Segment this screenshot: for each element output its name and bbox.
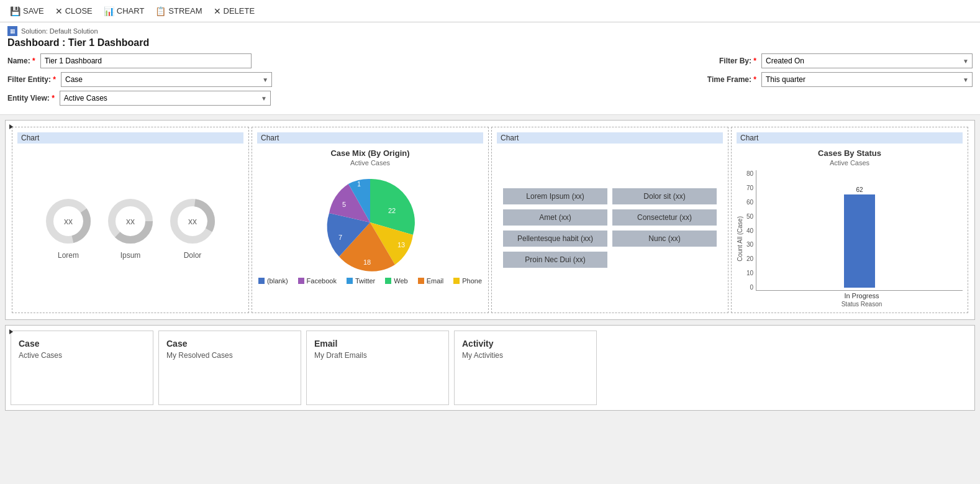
chart3-label: Chart: [497, 132, 723, 144]
list-card-3-title: Email: [314, 339, 441, 349]
form-row-2: Filter Entity: * Case ▼ Time Frame: * Th…: [7, 72, 973, 87]
tag-pellentesque[interactable]: Pellentesque habit (xx): [503, 231, 607, 247]
legend-web-color: [385, 278, 391, 284]
legend-phone: Phone: [453, 277, 482, 285]
donut-label-3: Dolor: [184, 251, 202, 260]
time-frame-select[interactable]: This quarter: [761, 72, 973, 87]
name-input[interactable]: [40, 53, 252, 68]
tag-nunc[interactable]: Nunc (xx): [612, 231, 717, 247]
filter-by-required: *: [753, 57, 756, 65]
page-header: ▦ Solution: Default Solution Dashboard :…: [0, 22, 980, 115]
donut-circle-3: xx: [168, 196, 217, 246]
legend-twitter-color: [347, 278, 353, 284]
bar-chart-with-axis: 0 10 20 30 40 50 60 70 80: [743, 170, 963, 291]
chart2-title: Case Mix (By Origin): [330, 148, 409, 158]
chart4-content: Cases By Status Active Cases Count All (…: [737, 148, 963, 308]
chart-panel-3: Chart Lorem Ipsum (xx) Dolor sit (xx) Am…: [491, 127, 728, 313]
entity-view-select[interactable]: Active Cases: [60, 91, 271, 106]
filter-by-select[interactable]: Created On: [761, 53, 973, 68]
svg-text:18: 18: [363, 258, 371, 266]
delete-button[interactable]: ✕ DELETE: [209, 4, 260, 19]
chart-icon: 📊: [104, 6, 114, 16]
svg-text:xx: xx: [126, 216, 135, 226]
chart2-content: Case Mix (By Origin) Active Cases: [257, 148, 483, 308]
chart2-subtitle: Active Cases: [350, 159, 390, 167]
main-content: Chart xx Lorem: [0, 115, 980, 421]
chart-button[interactable]: 📊 CHART: [99, 4, 150, 19]
legend-email: Email: [418, 277, 444, 285]
filter-entity-label: Filter Entity: *: [7, 75, 56, 84]
close-button[interactable]: ✕ CLOSE: [50, 4, 98, 19]
svg-text:7: 7: [338, 234, 342, 241]
name-label: Name: *: [7, 57, 35, 65]
y-ticks: 0 10 20 30 40 50 60 70 80: [743, 170, 756, 291]
svg-text:xx: xx: [188, 216, 197, 226]
entity-view-label: Entity View: *: [7, 94, 55, 103]
form-row-1: Name: * Filter By: * Created On ▼: [7, 53, 973, 68]
tags-grid: Lorem Ipsum (xx) Dolor sit (xx) Amet (xx…: [497, 148, 723, 308]
chart2-label: Chart: [257, 132, 483, 144]
form-row-3: Entity View: * Active Cases ▼: [7, 91, 973, 106]
chart-panel-2: Chart Case Mix (By Origin) Active Cases: [252, 127, 489, 313]
list-card-1-sub: Active Cases: [19, 351, 145, 360]
close-icon: ✕: [55, 6, 63, 16]
bar-plot-area: 62: [756, 170, 963, 291]
list-card-1[interactable]: Case Active Cases: [11, 331, 153, 405]
charts-section: Chart xx Lorem: [5, 120, 975, 320]
legend-blank-color: [258, 278, 265, 284]
section2-collapse-icon[interactable]: [9, 329, 13, 334]
legend-facebook: Facebook: [298, 277, 337, 285]
entity-view-required: *: [52, 94, 55, 103]
y-axis-label: Count All (Case): [737, 216, 743, 262]
page-title: Dashboard : Tier 1 Dashboard: [7, 37, 973, 48]
bar-x-axis-label: Status Reason: [761, 301, 963, 308]
donut-label-2: Ipsum: [120, 251, 141, 260]
bar-x-label: In Progress: [761, 292, 963, 299]
x-axis-area: In Progress Status Reason: [743, 291, 963, 308]
time-frame-select-wrap: This quarter ▼: [761, 72, 973, 87]
list-card-3[interactable]: Email My Draft Emails: [306, 331, 449, 405]
stream-icon: 📋: [155, 6, 166, 16]
filter-entity-select-wrap: Case ▼: [61, 72, 272, 87]
donut-label-1: Lorem: [58, 251, 79, 260]
save-button[interactable]: 💾 SAVE: [5, 4, 49, 19]
tag-dolor-sit[interactable]: Dolor sit (xx): [612, 188, 717, 204]
chart4-title: Cases By Status: [818, 148, 881, 158]
bar-chart-inner: 0 10 20 30 40 50 60 70 80: [743, 170, 963, 308]
list-card-2-sub: My Resolved Cases: [166, 351, 293, 360]
tag-consectetur[interactable]: Consectetur (xx): [612, 209, 717, 226]
toolbar: 💾 SAVE ✕ CLOSE 📊 CHART 📋 STREAM ✕ DELETE: [0, 0, 980, 22]
pie-legend: (blank) Facebook Twitter Web: [258, 277, 482, 285]
filter-by-label: Filter By: *: [719, 57, 756, 65]
list-card-2[interactable]: Case My Resolved Cases: [158, 331, 301, 405]
filter-entity-group: Filter Entity: * Case ▼: [7, 72, 272, 87]
donut-item-3: xx Dolor: [168, 196, 217, 260]
svg-text:13: 13: [397, 241, 405, 249]
bar-chart-area: Count All (Case) 0 10 20 30 40 50: [737, 170, 963, 308]
svg-text:5: 5: [342, 201, 346, 208]
entity-view-group: Entity View: * Active Cases ▼: [7, 91, 271, 106]
donut-row: xx Lorem xx Ipsum: [17, 148, 243, 308]
time-frame-required: *: [753, 75, 756, 84]
tag-lorem-ipsum[interactable]: Lorem Ipsum (xx): [503, 188, 607, 204]
legend-facebook-color: [298, 278, 304, 284]
lists-section: Case Active Cases Case My Resolved Cases…: [5, 325, 975, 411]
chart1-label: Chart: [17, 132, 243, 144]
lists-row: Case Active Cases Case My Resolved Cases…: [6, 326, 974, 410]
filter-entity-select[interactable]: Case: [61, 72, 272, 87]
svg-text:xx: xx: [64, 216, 73, 226]
tag-amet[interactable]: Amet (xx): [503, 209, 607, 226]
filter-by-group: Filter By: * Created On ▼: [719, 53, 973, 68]
tag-proin[interactable]: Proin Nec Dui (xx): [503, 252, 607, 268]
list-card-4[interactable]: Activity My Activities: [454, 331, 597, 405]
donut-item-1: xx Lorem: [43, 196, 93, 260]
legend-email-color: [418, 278, 424, 284]
chart-panel-4: Chart Cases By Status Active Cases Count…: [731, 127, 968, 313]
stream-button[interactable]: 📋 STREAM: [150, 4, 207, 19]
entity-view-select-wrap: Active Cases ▼: [60, 91, 271, 106]
legend-twitter: Twitter: [347, 277, 375, 285]
list-card-4-title: Activity: [462, 339, 589, 349]
svg-text:22: 22: [388, 207, 396, 214]
section-collapse-icon[interactable]: [9, 124, 13, 129]
solution-icon: ▦: [7, 26, 17, 36]
